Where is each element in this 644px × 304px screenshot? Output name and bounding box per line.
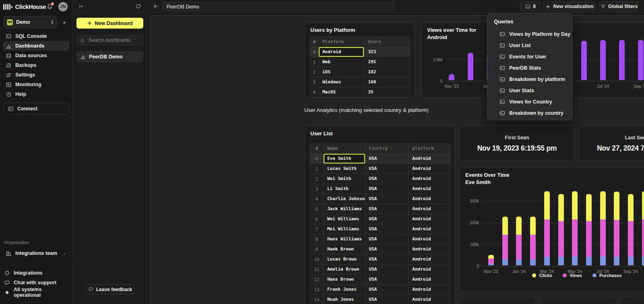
- user-avatar[interactable]: ZN: [58, 2, 68, 11]
- table-cell[interactable]: USA: [365, 214, 409, 224]
- table-cell[interactable]: Android: [408, 244, 450, 254]
- table-row[interactable]: 3Li SmithUSAAndroid: [310, 184, 450, 194]
- events-bar-segment-purchases[interactable]: [600, 256, 606, 265]
- table-cell[interactable]: iOS: [318, 67, 364, 77]
- events-bar-segment-views[interactable]: [488, 259, 494, 264]
- table-cell[interactable]: Android: [408, 275, 450, 284]
- sidebar-item-help[interactable]: Help: [3, 89, 69, 99]
- table-cell[interactable]: 295: [364, 57, 410, 67]
- events-bar-segment-views[interactable]: [558, 221, 564, 257]
- dashboard-search-input[interactable]: [88, 37, 140, 43]
- table-cell[interactable]: Android: [408, 254, 450, 264]
- query-item-user-list[interactable]: User List: [487, 40, 572, 51]
- organization-team-item[interactable]: Integrations team: [3, 248, 69, 259]
- views-bar[interactable]: [638, 40, 644, 80]
- events-bar-segment-views[interactable]: [642, 219, 644, 256]
- table-row[interactable]: 2iOS182: [310, 67, 410, 77]
- events-bar-segment-clicks[interactable]: [502, 217, 508, 235]
- table-cell[interactable]: Android: [408, 204, 450, 214]
- events-bar-segment-purchases[interactable]: [516, 260, 522, 265]
- events-bar-segment-purchases[interactable]: [628, 257, 634, 265]
- queries-count-button[interactable]: 8: [520, 2, 541, 11]
- views-bar[interactable]: [600, 40, 606, 80]
- events-bar-segment-clicks[interactable]: [544, 191, 550, 219]
- sidebar-item-dashboards[interactable]: Dashboards: [3, 41, 69, 51]
- events-bar-segment-clicks[interactable]: [642, 191, 644, 219]
- query-item-events-for-user[interactable]: Events for User: [487, 51, 572, 62]
- table-cell[interactable]: Android: [408, 164, 450, 174]
- table-cell[interactable]: USA: [365, 234, 409, 244]
- sidebar-item-monitoring[interactable]: Monitoring: [3, 80, 69, 89]
- table-row[interactable]: 12Hans BrownUSAAndroid: [310, 275, 450, 285]
- table-cell[interactable]: USA: [365, 275, 409, 284]
- table-cell[interactable]: Android: [408, 224, 450, 234]
- events-bar-segment-clicks[interactable]: [558, 194, 564, 221]
- events-bar-segment-purchases[interactable]: [488, 264, 494, 265]
- table-row[interactable]: 4MacOS35: [310, 87, 410, 97]
- table-cell[interactable]: USA: [365, 244, 409, 254]
- table-cell[interactable]: USA: [365, 254, 409, 264]
- table-cell[interactable]: Wei Smith: [323, 174, 365, 184]
- table-row[interactable]: 0Eve SmithUSAAndroid: [310, 154, 450, 164]
- views-bar[interactable]: [449, 74, 454, 80]
- table-cell[interactable]: Lucas Smith: [323, 164, 365, 174]
- events-bar-segment-purchases[interactable]: [544, 257, 550, 265]
- table-cell[interactable]: Mei Williams: [323, 224, 365, 234]
- collapse-panel-icon[interactable]: [78, 3, 85, 9]
- events-bar-segment-purchases[interactable]: [614, 257, 619, 265]
- table-row[interactable]: 7Mei WilliamsUSAAndroid: [310, 224, 450, 234]
- table-cell[interactable]: Hank Brown: [323, 244, 365, 254]
- table-cell[interactable]: USA: [365, 204, 409, 214]
- table-cell[interactable]: Android: [408, 184, 450, 194]
- table-cell[interactable]: 323: [364, 47, 410, 57]
- table-cell[interactable]: Android: [408, 174, 450, 184]
- table-row[interactable]: 4Charlie JohnsonUSAAndroid: [310, 194, 450, 204]
- views-bar[interactable]: [619, 40, 625, 80]
- events-bar-segment-purchases[interactable]: [642, 256, 644, 265]
- table-cell[interactable]: MacOS: [318, 87, 364, 97]
- connect-button[interactable]: Connect: [3, 103, 69, 115]
- table-cell[interactable]: Android: [408, 285, 450, 294]
- events-bar-segment-views[interactable]: [572, 219, 578, 256]
- events-bar-segment-clicks[interactable]: [586, 194, 592, 221]
- events-bar-segment-clicks[interactable]: [530, 217, 536, 235]
- global-filters-button[interactable]: Global filters: [599, 2, 639, 11]
- table-cell[interactable]: USA: [365, 154, 409, 163]
- footer-item-chat-with-support[interactable]: Chat with support: [4, 278, 69, 287]
- table-row[interactable]: 2Wei SmithUSAAndroid: [310, 174, 450, 184]
- new-dashboard-button[interactable]: New Dashboard: [76, 18, 143, 29]
- table-cell[interactable]: Windows: [318, 77, 364, 87]
- table-row[interactable]: 5Jack WilliamsUSAAndroid: [310, 204, 450, 214]
- table-cell[interactable]: Li Smith: [323, 184, 365, 194]
- add-service-button[interactable]: +: [60, 17, 69, 27]
- query-item-breakdown-by-platform[interactable]: Breakdown by platform: [487, 74, 572, 85]
- notifications-bell-icon[interactable]: [46, 3, 53, 10]
- views-bar[interactable]: [581, 41, 587, 80]
- events-bar-segment-clicks[interactable]: [614, 192, 619, 220]
- events-bar-segment-views[interactable]: [502, 235, 508, 259]
- table-row[interactable]: 9Hank BrownUSAAndroid: [310, 244, 450, 254]
- legend-item-views[interactable]: Views: [563, 273, 582, 278]
- events-bar-segment-purchases[interactable]: [558, 257, 564, 265]
- sidebar-item-sql-console[interactable]: SQL Console: [3, 31, 69, 41]
- table-cell[interactable]: 182: [364, 67, 410, 77]
- table-cell[interactable]: USA: [365, 224, 409, 234]
- events-bar-segment-views[interactable]: [586, 221, 592, 257]
- query-item-views-by-platform-by-day[interactable]: Views by Platform by Day: [487, 29, 572, 40]
- query-item-peerdb-stats[interactable]: PeerDB Stats: [487, 62, 572, 74]
- table-row[interactable]: 14Noah JonesUSAAndroid: [310, 295, 450, 304]
- table-cell[interactable]: Android: [318, 47, 364, 57]
- table-row[interactable]: 6Wei WilliamsUSAAndroid: [310, 214, 450, 224]
- back-arrow-icon[interactable]: [153, 3, 159, 9]
- table-cell[interactable]: 160: [364, 77, 410, 87]
- dashboard-list-item-peerdb-demo[interactable]: PeerDB Demo: [76, 51, 143, 62]
- events-bar-segment-views[interactable]: [614, 220, 619, 257]
- leave-feedback-button[interactable]: Leave feedback: [86, 284, 134, 294]
- table-cell[interactable]: Noah Jones: [323, 295, 365, 304]
- sidebar-item-settings[interactable]: Settings: [3, 70, 69, 80]
- table-cell[interactable]: Lucas Brown: [323, 254, 365, 264]
- views-bar[interactable]: [468, 53, 473, 80]
- events-bar-segment-clicks[interactable]: [628, 194, 634, 221]
- table-cell[interactable]: 35: [364, 87, 410, 97]
- events-bar-segment-views[interactable]: [544, 219, 550, 257]
